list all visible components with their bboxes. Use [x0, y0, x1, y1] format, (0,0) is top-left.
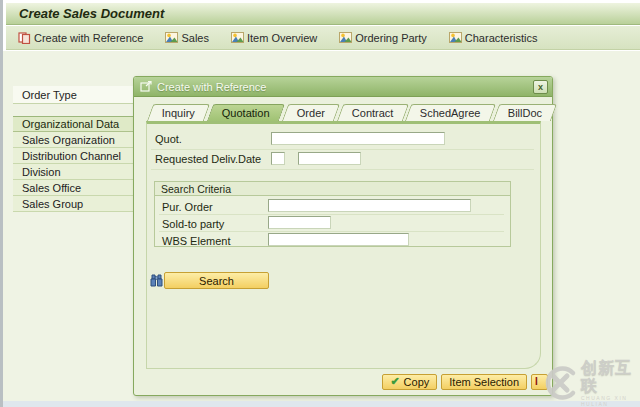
quot-input[interactable]	[271, 132, 445, 145]
close-icon[interactable]: x	[533, 80, 548, 94]
sidebar-item-sales-office[interactable]: Sales Office	[13, 180, 135, 196]
binoculars-icon	[150, 273, 163, 287]
sidebar-group-organizational-data[interactable]: Organizational Data	[13, 116, 135, 132]
quot-field-row: Quot.	[155, 130, 182, 147]
wbs-element-row: WBS Element	[162, 232, 230, 249]
ordering-party-button[interactable]: Ordering Party	[335, 30, 431, 46]
sidebar-item-division[interactable]: Division	[13, 164, 135, 180]
dialog-window-icon	[140, 81, 152, 92]
sidebar-item-sales-group[interactable]: Sales Group	[13, 196, 135, 212]
watermark: 创新互联 CHUANG XIN HULIAN	[543, 362, 640, 404]
sales-button[interactable]: Sales	[161, 30, 213, 46]
item-selection-button[interactable]: Item Selection	[441, 374, 527, 390]
characteristics-button[interactable]: Characteristics	[445, 30, 542, 46]
cancel-icon: I	[535, 376, 538, 387]
search-criteria-groupbox: Search Criteria Pur. Order Sold-to party…	[154, 181, 511, 247]
requested-deliv-date-input-2[interactable]	[298, 152, 361, 165]
sap-window: Create Sales Document Create with Refere…	[0, 0, 640, 407]
tab-inquiry[interactable]: Inquiry	[147, 104, 210, 121]
sold-to-party-label: Sold-to party	[162, 218, 224, 230]
quot-label: Quot.	[155, 133, 182, 145]
application-toolbar: Create with Reference Sales Item Overvie…	[6, 26, 640, 50]
picture-icon	[449, 32, 462, 43]
picture-icon	[165, 32, 178, 43]
sidebar-row-order-type[interactable]: Order Type	[13, 86, 135, 104]
wbs-element-label: WBS Element	[162, 235, 230, 247]
page-title: Create Sales Document	[19, 6, 164, 21]
sidebar-item-sales-organization[interactable]: Sales Organization	[13, 132, 135, 148]
tab-billdoc[interactable]: BillDoc	[493, 104, 557, 121]
create-with-reference-button[interactable]: Create with Reference	[14, 30, 147, 46]
watermark-cn-text: 创新互联	[581, 359, 640, 395]
tab-schedagree[interactable]: SchedAgree	[405, 104, 496, 121]
requested-deliv-date-row: Requested Deliv.Date	[155, 150, 261, 167]
requested-deliv-date-input-1[interactable]	[271, 152, 285, 165]
requested-deliv-date-label: Requested Deliv.Date	[155, 153, 261, 165]
check-icon: ✔	[390, 375, 399, 388]
sidebar-item-distribution-channel[interactable]: Distribution Channel	[13, 148, 135, 164]
dialog-title: Create with Reference	[157, 81, 533, 93]
page-titlebar: Create Sales Document	[6, 3, 640, 25]
pur-order-label: Pur. Order	[162, 201, 213, 213]
watermark-logo-icon	[543, 366, 577, 400]
create-with-reference-dialog: Create with Reference x Inquiry Quotatio…	[133, 76, 553, 396]
copy-button[interactable]: ✔ Copy	[382, 374, 437, 390]
tab-quotation[interactable]: Quotation	[207, 104, 285, 121]
picture-icon	[339, 32, 352, 43]
sold-to-party-row: Sold-to party	[162, 215, 224, 232]
wbs-element-input[interactable]	[268, 233, 409, 246]
sold-to-party-input[interactable]	[268, 216, 331, 229]
search-button[interactable]: Search	[164, 272, 269, 289]
search-criteria-title: Search Criteria	[155, 182, 510, 196]
dialog-footer: ✔ Copy Item Selection I	[134, 368, 552, 395]
tab-order[interactable]: Order	[282, 104, 340, 121]
pur-order-row: Pur. Order	[162, 198, 213, 215]
watermark-en-text: CHUANG XIN HULIAN	[581, 395, 640, 407]
picture-icon	[231, 32, 244, 43]
tab-contract[interactable]: Contract	[337, 104, 409, 121]
copy-document-icon	[18, 32, 31, 44]
pur-order-input[interactable]	[268, 199, 471, 212]
dialog-titlebar[interactable]: Create with Reference x	[134, 77, 552, 97]
row-separator	[151, 169, 534, 170]
dialog-tabstrip: Inquiry Quotation Order Contract SchedAg…	[150, 104, 557, 121]
tab-content-panel: Quot. Requested Deliv.Date Search Criter…	[146, 121, 541, 369]
item-overview-button[interactable]: Item Overview	[227, 30, 321, 46]
